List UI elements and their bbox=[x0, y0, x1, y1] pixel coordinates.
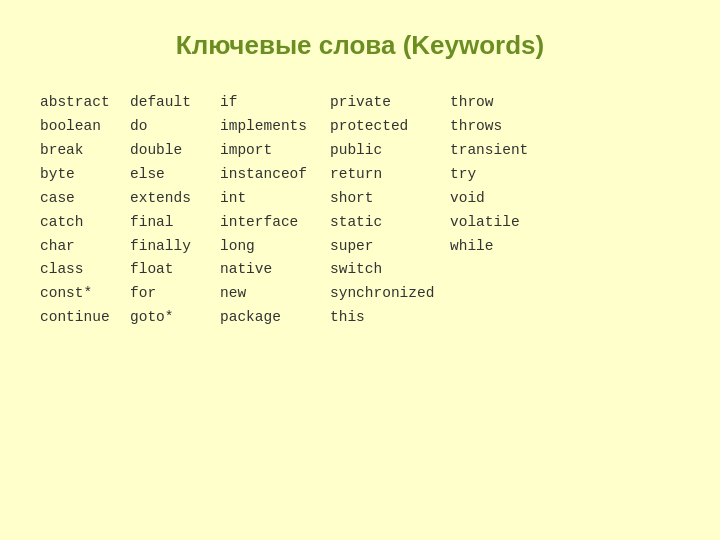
table-row: const*fornewsynchronized bbox=[40, 282, 550, 306]
keyword-cell: throws bbox=[450, 115, 550, 139]
keyword-cell bbox=[450, 258, 550, 282]
keyword-cell: class bbox=[40, 258, 130, 282]
keyword-cell: const* bbox=[40, 282, 130, 306]
keyword-cell: synchronized bbox=[330, 282, 450, 306]
keywords-section: abstractdefaultifprivatethrowbooleandoim… bbox=[40, 91, 680, 330]
keyword-cell: catch bbox=[40, 211, 130, 235]
keyword-cell: throw bbox=[450, 91, 550, 115]
keyword-cell: char bbox=[40, 235, 130, 259]
keyword-cell: if bbox=[220, 91, 330, 115]
keyword-cell: try bbox=[450, 163, 550, 187]
table-row: catchfinalinterfacestaticvolatile bbox=[40, 211, 550, 235]
keyword-cell: volatile bbox=[450, 211, 550, 235]
keyword-cell: instanceof bbox=[220, 163, 330, 187]
keyword-cell: new bbox=[220, 282, 330, 306]
keyword-cell: private bbox=[330, 91, 450, 115]
table-row: breakdoubleimportpublictransient bbox=[40, 139, 550, 163]
keyword-cell: switch bbox=[330, 258, 450, 282]
keyword-cell: extends bbox=[130, 187, 220, 211]
keyword-cell: static bbox=[330, 211, 450, 235]
keyword-cell: protected bbox=[330, 115, 450, 139]
keyword-cell: while bbox=[450, 235, 550, 259]
keyword-cell: abstract bbox=[40, 91, 130, 115]
keyword-cell: return bbox=[330, 163, 450, 187]
table-row: caseextendsintshortvoid bbox=[40, 187, 550, 211]
keyword-cell: public bbox=[330, 139, 450, 163]
keyword-cell: package bbox=[220, 306, 330, 330]
keyword-cell: else bbox=[130, 163, 220, 187]
table-row: byteelseinstanceofreturntry bbox=[40, 163, 550, 187]
keyword-cell: final bbox=[130, 211, 220, 235]
keyword-cell: this bbox=[330, 306, 450, 330]
keyword-cell: interface bbox=[220, 211, 330, 235]
page-container: Ключевые слова (Keywords) abstractdefaul… bbox=[0, 0, 720, 540]
table-row: continuegoto*packagethis bbox=[40, 306, 550, 330]
keyword-cell: super bbox=[330, 235, 450, 259]
table-row: charfinallylongsuperwhile bbox=[40, 235, 550, 259]
keyword-cell: short bbox=[330, 187, 450, 211]
keyword-cell: long bbox=[220, 235, 330, 259]
keyword-cell: int bbox=[220, 187, 330, 211]
keyword-cell: continue bbox=[40, 306, 130, 330]
keyword-cell: native bbox=[220, 258, 330, 282]
keyword-cell: void bbox=[450, 187, 550, 211]
keyword-cell: boolean bbox=[40, 115, 130, 139]
keyword-cell: transient bbox=[450, 139, 550, 163]
keyword-cell: implements bbox=[220, 115, 330, 139]
keyword-cell bbox=[450, 306, 550, 330]
table-row: classfloatnativeswitch bbox=[40, 258, 550, 282]
keywords-table: abstractdefaultifprivatethrowbooleandoim… bbox=[40, 91, 550, 330]
keyword-cell: import bbox=[220, 139, 330, 163]
keyword-cell: break bbox=[40, 139, 130, 163]
table-row: booleandoimplementsprotectedthrows bbox=[40, 115, 550, 139]
keyword-cell: finally bbox=[130, 235, 220, 259]
keyword-cell bbox=[450, 282, 550, 306]
keyword-cell: case bbox=[40, 187, 130, 211]
keyword-cell: for bbox=[130, 282, 220, 306]
keyword-cell: goto* bbox=[130, 306, 220, 330]
keyword-cell: double bbox=[130, 139, 220, 163]
keyword-cell: default bbox=[130, 91, 220, 115]
page-title: Ключевые слова (Keywords) bbox=[40, 30, 680, 61]
table-row: abstractdefaultifprivatethrow bbox=[40, 91, 550, 115]
keyword-cell: do bbox=[130, 115, 220, 139]
keyword-cell: byte bbox=[40, 163, 130, 187]
keyword-cell: float bbox=[130, 258, 220, 282]
